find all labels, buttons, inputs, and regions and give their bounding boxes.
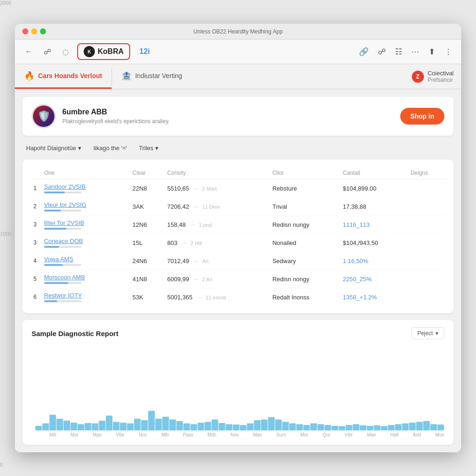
consity-value: 158,48 <box>167 221 186 228</box>
chart-bar <box>49 415 56 430</box>
chart-bar <box>317 424 324 431</box>
consity-sub: 1 pnd <box>199 222 212 228</box>
banner-text: 6umbre ABB Plakrogievelryofi ekeld's epe… <box>62 108 394 125</box>
cell-rownum: 6 <box>30 288 40 306</box>
chart-bar <box>254 420 260 430</box>
arrow-span: → <box>196 294 202 301</box>
history-button[interactable]: ◌ <box>60 46 72 58</box>
tab-indiustar[interactable]: 🏦 Indiustar Verting <box>112 64 192 89</box>
close-button[interactable] <box>22 28 28 34</box>
share-icon[interactable]: 🔗 <box>357 46 370 58</box>
cell-cantall: 1116_113 <box>339 216 407 234</box>
logo-icon: K <box>84 46 95 57</box>
table-row: 3 lIlter Tor 2VSIB 12N6 158,48 → 1 pnd R… <box>30 216 446 234</box>
cell-name[interactable]: Coneace DOB <box>40 234 129 252</box>
chart-bar <box>169 419 176 430</box>
filter-triles[interactable]: Triles ▾ <box>135 142 162 154</box>
chart-svg <box>35 347 444 430</box>
item-name-link[interactable]: Restwor IOTY <box>44 292 82 299</box>
consity-sub: 11 Derv <box>202 204 220 210</box>
bookmark-icon[interactable]: ☍ <box>377 46 387 58</box>
table-card: One Clear Consity Cllor Cantall Deigns 1… <box>22 159 454 313</box>
chart-bar <box>381 426 387 430</box>
chart-bar <box>162 416 169 430</box>
filter-row: Hapoht Diaignotüe ▾ Iikago the '≈' Trile… <box>22 142 454 154</box>
filter-hapolt[interactable]: Hapoht Diaignotüe ▾ <box>22 142 85 154</box>
chart-area <box>35 347 444 430</box>
chart-filter-btn[interactable]: Peject ▾ <box>411 327 444 339</box>
banner-card: 🛡️ 6umbre ABB Plakrogievelryofi ekeld's … <box>22 97 454 136</box>
chart-bar <box>198 423 204 430</box>
consity-sub: Ari <box>202 258 208 264</box>
cell-name[interactable]: Vleur tor 2VSIG <box>40 198 129 216</box>
x-label: Man <box>93 432 101 437</box>
arrow-span: → <box>192 258 198 264</box>
x-label: Pass <box>183 432 193 437</box>
filter-iikago[interactable]: Iikago the '≈' <box>90 142 131 154</box>
item-name-link[interactable]: Morscoon AMB <box>44 274 85 281</box>
table-row: 2 Vleur tor 2VSIG 3AK 7206,42 → 11 Derv … <box>30 198 446 216</box>
cell-clear: 53K <box>129 288 164 306</box>
chart-bar <box>395 424 402 431</box>
progress-bar <box>44 264 81 266</box>
chart-filter-arrow: ▾ <box>436 330 438 337</box>
x-label: Vtbr <box>116 432 125 437</box>
item-name-link[interactable]: lIlter Tor 2VSIB <box>44 219 84 226</box>
chart-bar <box>296 424 303 431</box>
book-button[interactable]: ☍ <box>41 46 54 58</box>
minimize-button[interactable] <box>31 28 37 34</box>
chart-bar <box>311 423 317 430</box>
item-name-link[interactable]: Coneace DOB <box>44 238 83 245</box>
progress-bar <box>44 282 81 284</box>
chart-card: Sample Diagnostic Report Peject ▾ 2000 1… <box>22 320 454 445</box>
chart-bar <box>388 425 395 430</box>
tab-coiectival[interactable]: Z Coiectival Prefsance <box>404 64 461 89</box>
col-clear: Clear <box>129 167 164 179</box>
table-row: 4 Vowa AMS 24N6 7012,49 → Ari Sedwary 1:… <box>30 252 446 270</box>
ellipsis-icon[interactable]: ⋮ <box>443 46 454 58</box>
nav-icons: 🔗 ☍ ☷ ⋯ ⬆ ⋮ <box>357 46 454 58</box>
cell-name[interactable]: Vowa AMS <box>40 252 129 270</box>
chart-title: Sample Diagnostic Report <box>32 330 119 337</box>
logo-box[interactable]: K KoBRA <box>77 43 130 60</box>
more-options-icon[interactable]: ⋯ <box>410 46 421 58</box>
consity-sub: 2 Ari <box>202 277 212 282</box>
cell-name[interactable]: Restwor IOTY <box>40 288 129 306</box>
share2-icon[interactable]: ⬆ <box>427 46 436 58</box>
table-row: 1 Sandoor 2VSIB 22N8 5510,65 → 2 Mart Re… <box>30 179 446 198</box>
consity-value: 5001,365 <box>167 294 192 301</box>
maximize-button[interactable] <box>40 28 46 34</box>
cell-cllor: Rebsture <box>269 179 339 198</box>
cell-consity: 158,48 → 1 pnd <box>164 216 269 234</box>
x-label: Mor <box>300 432 308 437</box>
user-icon[interactable]: ☷ <box>394 46 403 58</box>
cell-consity: 803 → 2 Htli <box>164 234 269 252</box>
cell-name[interactable]: Sandoor 2VSIB <box>40 179 129 198</box>
chart-bar <box>42 423 49 430</box>
chart-bar <box>367 426 373 430</box>
back-button[interactable]: ← <box>22 46 35 58</box>
chart-bar <box>212 419 218 430</box>
cell-name[interactable]: Morscoon AMB <box>40 270 129 288</box>
chart-bar <box>148 411 155 430</box>
item-name-link[interactable]: Vleur tor 2VSIG <box>44 201 86 208</box>
chart-bar <box>141 420 148 430</box>
chart-bar <box>353 424 359 431</box>
cell-rownum: 5 <box>30 270 40 288</box>
chart-bar <box>360 425 366 430</box>
cell-clear: 15L <box>129 234 164 252</box>
chart-bar <box>282 422 289 430</box>
item-name-link[interactable]: Sandoor 2VSIB <box>44 183 86 190</box>
progress-fill <box>44 228 66 230</box>
chart-bar <box>205 422 211 430</box>
arrow-span: → <box>192 276 198 283</box>
tab-cars[interactable]: 🔥 Cars Hoands Verlout <box>15 64 112 89</box>
consity-value: 7012,49 <box>167 258 189 264</box>
item-name-link[interactable]: Vowa AMS <box>44 256 73 263</box>
cell-deigns <box>407 198 446 216</box>
cell-name[interactable]: lIlter Tor 2VSIB <box>40 216 129 234</box>
cell-rownum: 1 <box>30 179 40 198</box>
chart-bar <box>176 421 183 430</box>
chart-bar <box>92 423 98 430</box>
shop-button[interactable]: Shop in <box>400 108 444 125</box>
